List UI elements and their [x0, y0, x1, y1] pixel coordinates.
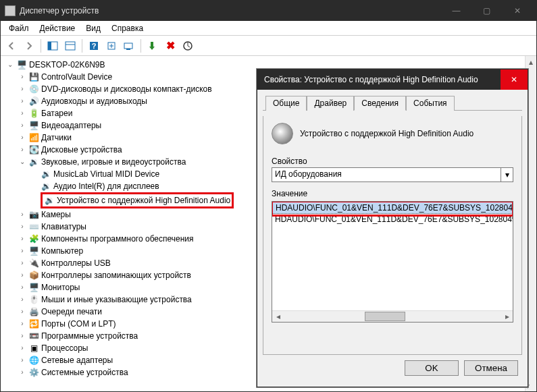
expand-icon[interactable]: ›: [18, 245, 26, 257]
system-icon: ⚙️: [28, 367, 39, 378]
enable-device-button[interactable]: [145, 38, 161, 54]
software-icon: 🧩: [28, 233, 39, 244]
horizontal-scrollbar[interactable]: ◂ ▸: [272, 310, 513, 322]
menu-action[interactable]: Действие: [34, 22, 81, 34]
minimize-button[interactable]: —: [441, 1, 471, 21]
tree-label: Очереди печати: [41, 306, 102, 318]
tree-label: Компьютер: [41, 245, 83, 257]
svg-rect-1: [48, 42, 51, 50]
mouse-icon: 🖱️: [28, 294, 39, 305]
cancel-button[interactable]: Отмена: [464, 360, 518, 376]
maximize-button[interactable]: ▢: [471, 1, 502, 21]
tree-label: DVD-дисководы и дисководы компакт-дисков: [41, 83, 212, 95]
expand-icon[interactable]: ›: [18, 221, 26, 233]
sound-device-icon: 🔉: [41, 169, 51, 179]
properties-button[interactable]: [62, 38, 78, 54]
expand-icon[interactable]: ›: [18, 342, 26, 354]
monitor-icon: 🖥️: [28, 282, 39, 293]
separator: [41, 39, 41, 53]
tab-events[interactable]: События: [406, 96, 455, 111]
scroll-thumb[interactable]: [365, 312, 405, 321]
expand-icon[interactable]: ›: [18, 132, 26, 144]
network-icon: 🌐: [28, 355, 39, 366]
scroll-right-button[interactable]: ▸: [501, 311, 513, 322]
audio-icon: 🔊: [28, 96, 39, 107]
expand-icon[interactable]: ›: [18, 366, 26, 379]
expand-icon[interactable]: ›: [18, 233, 26, 245]
dialog-titlebar[interactable]: Свойства: Устройство с поддержкой High D…: [257, 69, 528, 90]
scroll-track[interactable]: [284, 311, 501, 322]
hwid-row-selected[interactable]: HDAUDIO\FUNC_01&VEN_111D&DEV_76E7&SUBSYS…: [272, 202, 513, 214]
menu-view[interactable]: Вид: [80, 22, 106, 34]
storage-icon: 📦: [28, 270, 39, 281]
tree-label: Датчики: [41, 132, 72, 144]
svg-rect-8: [126, 49, 130, 50]
display-adapter-icon: 🖥️: [28, 120, 39, 131]
sensor-icon: 📶: [28, 132, 39, 143]
scan-hardware-button[interactable]: [121, 38, 137, 54]
back-button[interactable]: [3, 38, 20, 54]
collapse-icon[interactable]: ⌄: [6, 59, 14, 71]
collapse-icon[interactable]: ⌄: [18, 156, 26, 168]
tree-label: MusicLab Virtual MIDI Device: [53, 168, 159, 180]
ok-button[interactable]: OK: [405, 360, 459, 376]
scroll-up-button[interactable]: ▴: [526, 56, 536, 67]
expand-icon[interactable]: ›: [18, 208, 26, 221]
menu-file[interactable]: Файл: [3, 22, 34, 34]
tree-root-label: DESKTOP-02K6N9B: [29, 59, 105, 71]
expand-icon[interactable]: ›: [18, 269, 26, 281]
forward-button[interactable]: [21, 38, 37, 54]
close-button[interactable]: ✕: [502, 1, 532, 21]
expand-icon[interactable]: ›: [18, 95, 26, 107]
property-combobox-value: ИД оборудования: [272, 168, 501, 181]
show-hide-tree-button[interactable]: [45, 38, 61, 54]
tab-general[interactable]: Общие: [265, 96, 307, 111]
device-icon: 💾: [28, 72, 39, 82]
update-driver-button[interactable]: [180, 38, 196, 54]
property-combobox[interactable]: ИД оборудования ▾: [272, 167, 513, 182]
printer-icon: 🖨️: [28, 306, 39, 317]
expand-icon[interactable]: ›: [18, 293, 26, 306]
expand-icon[interactable]: ›: [18, 281, 26, 293]
tree-label: Контроллеры USB: [41, 257, 111, 269]
chevron-down-icon[interactable]: ▾: [501, 168, 513, 181]
tab-driver[interactable]: Драйвер: [307, 96, 354, 111]
dialog-title: Свойства: Устройство с поддержкой High D…: [264, 75, 501, 84]
separator: [140, 39, 141, 53]
expand-icon[interactable]: ›: [18, 144, 26, 156]
menubar: Файл Действие Вид Справка: [1, 21, 536, 36]
property-label: Свойство: [272, 157, 513, 166]
sound-device-icon: 🔉: [41, 181, 51, 192]
action-button[interactable]: [103, 38, 120, 54]
sound-icon: 🔉: [28, 157, 39, 167]
highlight-box: 🔉Устройство с поддержкой High Definition…: [41, 192, 234, 208]
tree-label: Устройство с поддержкой High Definition …: [57, 194, 230, 206]
svg-rect-2: [66, 42, 75, 50]
speaker-icon: [272, 123, 293, 144]
tree-label: Мониторы: [41, 281, 80, 293]
tree-label: Мыши и иные указывающие устройства: [41, 293, 192, 306]
svg-rect-7: [124, 43, 132, 49]
tree-label: Программные устройства: [41, 330, 138, 342]
expand-icon[interactable]: ›: [18, 330, 26, 342]
expand-icon[interactable]: ›: [18, 71, 26, 83]
expand-icon[interactable]: ›: [18, 257, 26, 269]
app-icon: [5, 5, 16, 16]
tab-details[interactable]: Сведения: [354, 96, 406, 111]
expand-icon[interactable]: ›: [18, 119, 26, 132]
value-listbox[interactable]: HDAUDIO\FUNC_01&VEN_111D&DEV_76E7&SUBSYS…: [272, 201, 513, 323]
menu-help[interactable]: Справка: [106, 22, 149, 34]
expand-icon[interactable]: ›: [18, 107, 26, 119]
disable-device-button[interactable]: ✖: [162, 38, 178, 54]
scroll-left-button[interactable]: ◂: [272, 311, 284, 322]
expand-icon[interactable]: ›: [18, 306, 26, 318]
properties-dialog: Свойства: Устройство с поддержкой High D…: [257, 69, 528, 387]
expand-icon[interactable]: ›: [18, 354, 26, 366]
expand-icon[interactable]: ›: [18, 83, 26, 95]
expand-icon[interactable]: ›: [18, 318, 26, 330]
tabstrip: Общие Драйвер Сведения События: [263, 95, 522, 111]
dialog-close-button[interactable]: ✕: [501, 69, 528, 90]
titlebar[interactable]: Диспетчер устройств — ▢ ✕: [1, 1, 536, 21]
help-button[interactable]: ?: [86, 38, 102, 54]
hwid-row[interactable]: HDAUDIO\FUNC_01&VEN_111D&DEV_76E7&SUBSYS…: [272, 214, 513, 225]
